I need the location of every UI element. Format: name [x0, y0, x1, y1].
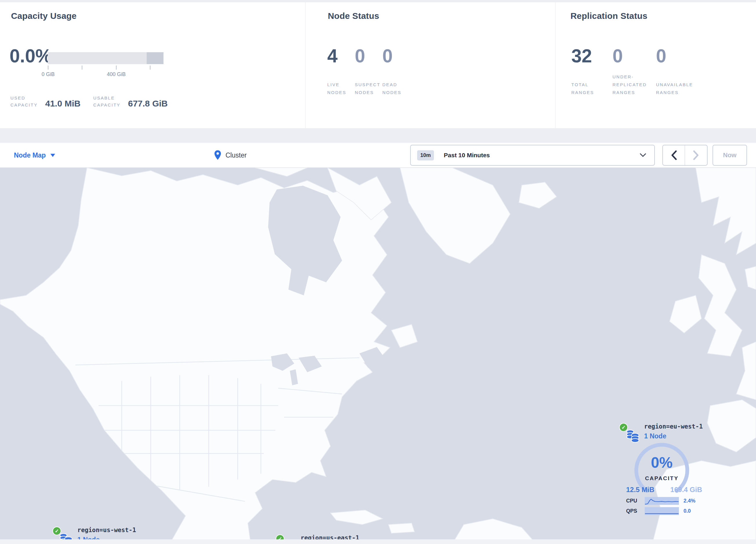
used-capacity-label: USED CAPACITY: [10, 95, 43, 108]
qps-value: 0.0: [684, 508, 691, 514]
node-status-panel: Node Status 4 LIVE NODES 0 SUSPECT NODES…: [305, 2, 555, 128]
cpu-label: CPU: [626, 498, 641, 504]
live-nodes-metric: 4 LIVE NODES: [327, 45, 355, 67]
cpu-stat-row: CPU 2.4%: [626, 497, 704, 505]
time-range-dropdown[interactable]: 10m Past 10 Minutes: [410, 145, 655, 166]
capacity-usage-title: Capacity Usage: [11, 11, 77, 21]
dead-nodes-count: 0: [382, 45, 410, 67]
under-replicated-count: 0: [613, 45, 656, 67]
node-status-title: Node Status: [328, 11, 379, 21]
qps-label: QPS: [626, 508, 641, 514]
cpu-value: 2.4%: [684, 498, 695, 504]
total-ranges-count: 32: [571, 45, 613, 67]
cpu-sparkline: [645, 497, 679, 505]
region-node-count[interactable]: 1 Node: [644, 432, 666, 440]
replication-status-panel: Replication Status 32 TOTAL RANGES 0 UND…: [555, 2, 756, 128]
region-name: region=eu-west-1: [644, 423, 703, 430]
capacity-gauge-label: CAPACITY: [631, 475, 692, 482]
now-button[interactable]: Now: [713, 145, 747, 166]
view-selector-dropdown[interactable]: Node Map: [14, 143, 55, 168]
chevron-left-icon: [671, 150, 677, 160]
region-total-capacity: 169.4 GiB: [670, 486, 702, 494]
capacity-percent: 0.0%: [10, 45, 52, 67]
qps-stat-row: QPS 0.0: [626, 507, 704, 515]
used-capacity-value: 41.0 MiB: [45, 99, 81, 108]
usable-capacity-value: 677.8 GiB: [128, 99, 168, 108]
caret-down-icon: [50, 154, 55, 157]
region-marker[interactable]: ✓ region=eu-west-1 1 Node 0% CAPACITY 12…: [617, 420, 710, 520]
unavailable-count: 0: [656, 45, 708, 67]
under-replicated-label: UNDER-REPLICATED RANGES: [613, 73, 651, 96]
axis-tick: [48, 66, 48, 70]
capacity-usage-panel: Capacity Usage 0.0% 0 GiB 400 GiB USED C…: [0, 2, 305, 128]
map-edge: [0, 539, 756, 544]
suspect-nodes-count: 0: [355, 45, 382, 67]
axis-tick-label: 0 GiB: [31, 71, 66, 77]
unavailable-ranges-metric: 0 UNAVAILABLE RANGES: [656, 45, 708, 67]
capacity-gauge-percent: 0%: [631, 454, 692, 471]
view-selector-label: Node Map: [14, 151, 46, 159]
chevron-right-icon: [693, 150, 699, 160]
axis-tick: [82, 66, 82, 70]
capacity-bar-track: [48, 52, 163, 64]
suspect-nodes-metric: 0 SUSPECT NODES: [355, 45, 382, 67]
time-range-badge: 10m: [417, 150, 434, 160]
breadcrumb-label: Cluster: [226, 151, 247, 159]
cluster-summary-bar: Capacity Usage 0.0% 0 GiB 400 GiB USED C…: [0, 2, 756, 128]
time-pager: [662, 145, 708, 166]
usable-capacity-label: USABLE CAPACITY: [93, 95, 126, 108]
hispaniola: [388, 523, 415, 533]
map-toolbar: Node Map Cluster 10m Past 10 Minutes Now: [0, 143, 756, 168]
axis-tick: [116, 66, 117, 70]
chevron-down-icon: [640, 153, 646, 157]
region-name: region=us-west-1: [77, 527, 136, 534]
location-pin-icon: [214, 150, 221, 160]
time-range-label: Past 10 Minutes: [444, 152, 490, 159]
axis-tick-label: 400 GiB: [99, 71, 134, 77]
capacity-bar-reserved-segment: [147, 52, 163, 64]
dead-nodes-label: DEAD NODES: [382, 73, 406, 96]
total-ranges-label: TOTAL RANGES: [571, 73, 597, 96]
node-map: ✓ region=us-west-1 1 Node 0% CAPACITY 12…: [0, 168, 756, 544]
axis-tick: [150, 66, 150, 70]
capacity-values-row: 12.5 MiB 169.4 GiB: [626, 486, 702, 494]
region-used-capacity: 12.5 MiB: [626, 486, 654, 494]
total-ranges-metric: 32 TOTAL RANGES: [571, 45, 613, 67]
capacity-stats: USED CAPACITY 41.0 MiB USABLE CAPACITY 6…: [10, 95, 168, 108]
capacity-bar: 0 GiB 400 GiB: [48, 52, 163, 81]
under-replicated-ranges-metric: 0 UNDER-REPLICATED RANGES: [613, 45, 656, 67]
live-nodes-count: 4: [327, 45, 355, 67]
breadcrumb[interactable]: Cluster: [214, 143, 247, 168]
replication-status-title: Replication Status: [570, 11, 647, 21]
time-forward-button[interactable]: [685, 145, 707, 165]
qps-sparkline: [645, 507, 679, 515]
dead-nodes-metric: 0 DEAD NODES: [382, 45, 410, 67]
time-back-button[interactable]: [663, 145, 685, 165]
live-nodes-label: LIVE NODES: [327, 73, 350, 96]
unavailable-label: UNAVAILABLE RANGES: [656, 73, 698, 96]
suspect-nodes-label: SUSPECT NODES: [355, 73, 381, 96]
